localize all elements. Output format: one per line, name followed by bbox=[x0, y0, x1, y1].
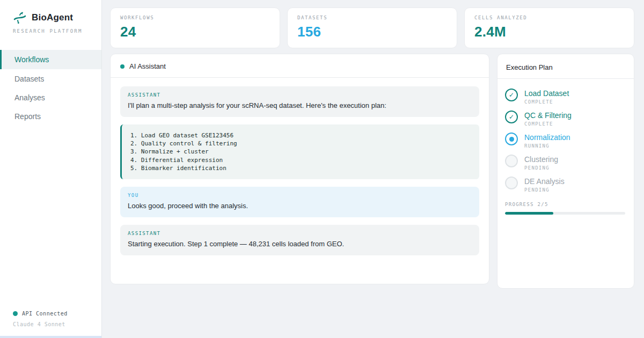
step-title: Normalization bbox=[524, 133, 570, 142]
step-status: PENDING bbox=[524, 187, 565, 193]
stat-label: WORKFLOWS bbox=[120, 15, 270, 20]
step-status: RUNNING bbox=[524, 143, 570, 149]
sidebar-status: API Connected Claude 4 Sonnet bbox=[0, 311, 101, 338]
stat-card-workflows: WORKFLOWS 24 bbox=[110, 8, 280, 48]
sidebar-nav: Workflows Datasets Analyses Reports bbox=[0, 50, 101, 126]
step-title: DE Analysis bbox=[524, 177, 565, 186]
bioagent-logo-icon bbox=[13, 11, 27, 25]
sidebar-item-label: Workflows bbox=[14, 55, 49, 64]
sidebar-item-workflows[interactable]: Workflows bbox=[0, 50, 101, 69]
execution-plan-panel: Execution Plan ✓ Load Dataset COMPLETE ✓… bbox=[497, 54, 634, 289]
message-text: Starting execution. Step 1 complete — 48… bbox=[128, 239, 472, 248]
brand-name: BioAgent bbox=[32, 12, 73, 23]
stats-row: WORKFLOWS 24 DATASETS 156 CELLS ANALYZED… bbox=[110, 8, 634, 48]
user-message: YOU Looks good, proceed with the analysi… bbox=[120, 187, 479, 217]
message-role-label: ASSISTANT bbox=[128, 92, 472, 98]
stat-value: 156 bbox=[297, 24, 447, 40]
step-status: PENDING bbox=[524, 165, 558, 171]
check-circle-icon: ✓ bbox=[505, 111, 518, 123]
sidebar-item-analyses[interactable]: Analyses bbox=[0, 88, 101, 107]
execution-plan-code-block: 1. Load GEO dataset GSE123456 2. Quality… bbox=[120, 124, 479, 179]
plan-step-de-analysis: DE Analysis PENDING bbox=[505, 177, 625, 193]
message-role-label: ASSISTANT bbox=[128, 231, 472, 236]
ai-assistant-header: AI Assistant bbox=[111, 54, 489, 78]
brand-subtitle: RESEARCH PLATFORM bbox=[13, 28, 101, 34]
progress-bar bbox=[505, 212, 625, 215]
panel-title: AI Assistant bbox=[129, 62, 166, 70]
plan-step-qc-filtering: ✓ QC & Filtering COMPLETE bbox=[505, 111, 625, 127]
execution-plan-steps: ✓ Load Dataset COMPLETE ✓ QC & Filtering… bbox=[497, 79, 634, 193]
sidebar-item-label: Reports bbox=[14, 112, 41, 121]
assistant-status-dot-icon bbox=[120, 64, 125, 69]
message-text: I'll plan a multi-step analysis for your… bbox=[128, 101, 472, 110]
running-circle-icon bbox=[505, 133, 518, 145]
chat-messages: ASSISTANT I'll plan a multi-step analysi… bbox=[111, 78, 489, 264]
brand-block: BioAgent RESEARCH PLATFORM bbox=[0, 0, 101, 34]
stat-value: 24 bbox=[120, 24, 270, 40]
api-status-dot-icon bbox=[13, 311, 18, 316]
progress-section: PROGRESS 2/5 bbox=[497, 199, 634, 215]
execution-plan-title: Execution Plan bbox=[497, 54, 634, 79]
assistant-message: ASSISTANT I'll plan a multi-step analysi… bbox=[120, 86, 479, 117]
stat-label: DATASETS bbox=[297, 15, 447, 20]
sidebar-bottom-strip bbox=[0, 336, 101, 338]
sidebar-item-reports[interactable]: Reports bbox=[0, 107, 101, 126]
check-circle-icon: ✓ bbox=[505, 89, 518, 101]
step-status: COMPLETE bbox=[524, 121, 572, 127]
sidebar-item-label: Datasets bbox=[14, 75, 44, 83]
step-title: Clustering bbox=[524, 155, 558, 164]
ai-assistant-panel: AI Assistant ASSISTANT I'll plan a multi… bbox=[110, 54, 489, 284]
sidebar-item-label: Analyses bbox=[14, 93, 45, 102]
sidebar-item-datasets[interactable]: Datasets bbox=[0, 69, 101, 88]
plan-step-clustering: Clustering PENDING bbox=[505, 155, 625, 171]
progress-fill bbox=[505, 212, 553, 215]
step-title: QC & Filtering bbox=[524, 111, 572, 120]
main-area: WORKFLOWS 24 DATASETS 156 CELLS ANALYZED… bbox=[102, 0, 644, 338]
assistant-message: ASSISTANT Starting execution. Step 1 com… bbox=[120, 225, 479, 255]
plan-step-normalization: Normalization RUNNING bbox=[505, 133, 625, 149]
model-name: Claude 4 Sonnet bbox=[13, 321, 101, 327]
progress-label: PROGRESS 2/5 bbox=[505, 202, 625, 207]
stat-card-datasets: DATASETS 156 bbox=[287, 8, 457, 48]
message-text: Looks good, proceed with the analysis. bbox=[128, 201, 472, 210]
api-status-text: API Connected bbox=[22, 311, 68, 317]
step-title: Load Dataset bbox=[524, 89, 569, 98]
stat-value: 2.4M bbox=[474, 24, 624, 40]
content-row: AI Assistant ASSISTANT I'll plan a multi… bbox=[110, 54, 634, 289]
stat-card-cells-analyzed: CELLS ANALYZED 2.4M bbox=[464, 8, 634, 48]
sidebar: BioAgent RESEARCH PLATFORM Workflows Dat… bbox=[0, 0, 102, 338]
stat-label: CELLS ANALYZED bbox=[474, 15, 624, 20]
plan-step-load-dataset: ✓ Load Dataset COMPLETE bbox=[505, 89, 625, 105]
pending-circle-icon bbox=[505, 177, 518, 189]
pending-circle-icon bbox=[505, 155, 518, 167]
step-status: COMPLETE bbox=[524, 99, 569, 105]
message-role-label: YOU bbox=[128, 193, 472, 198]
